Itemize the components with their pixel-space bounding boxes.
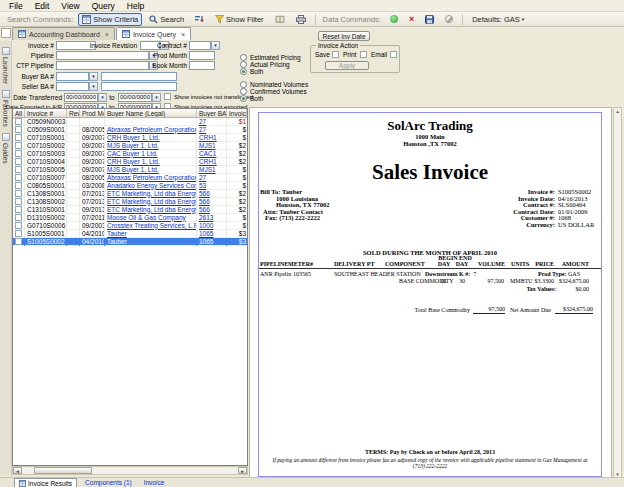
grid-horizontal-scrollbar[interactable]: ◂ ▸ bbox=[12, 466, 248, 475]
scroll-left-icon[interactable]: ◂ bbox=[13, 467, 22, 474]
chevron-down-icon[interactable]: ▾ bbox=[152, 93, 161, 102]
row-checkbox[interactable] bbox=[15, 158, 22, 165]
tab-invoice-query[interactable]: Invoice Query × bbox=[116, 27, 191, 40]
buyer-name-link[interactable]: Crosstex Treating Services, L.P. bbox=[107, 222, 196, 230]
seller-ba-input[interactable] bbox=[56, 82, 89, 91]
row-checkbox[interactable] bbox=[15, 126, 22, 133]
chevron-down-icon[interactable]: ▾ bbox=[89, 82, 98, 91]
delete-record-button[interactable]: × bbox=[405, 13, 418, 25]
buyer-ba-link[interactable]: 566 bbox=[199, 190, 226, 198]
menu-edit[interactable]: Edit bbox=[30, 1, 55, 11]
email-checkbox[interactable] bbox=[390, 51, 397, 58]
buyer-name-link[interactable]: MJS Buyer 1, Ltd. bbox=[107, 166, 196, 174]
row-checkbox[interactable] bbox=[15, 118, 22, 125]
row-checkbox[interactable] bbox=[15, 190, 22, 197]
tab-invoice-results[interactable]: Invoice Results bbox=[14, 478, 77, 487]
table-row[interactable]: S1005S000204/2010Tauber1065$3 bbox=[13, 238, 247, 246]
column-header-buyer-name[interactable]: Buyer Name (Legal) bbox=[105, 109, 197, 117]
buyer-ba-link[interactable]: 566 bbox=[199, 198, 226, 206]
seller-ba-name-input[interactable] bbox=[101, 82, 177, 91]
show-criteria-button[interactable]: Show Criteria bbox=[78, 13, 142, 26]
menu-file[interactable]: File bbox=[4, 1, 28, 11]
buyer-ba-link[interactable]: 1065 bbox=[199, 238, 226, 246]
row-checkbox[interactable] bbox=[15, 174, 22, 181]
preview-vertical-scrollbar[interactable]: ▴ ▾ bbox=[613, 107, 622, 478]
buyer-ba-link[interactable]: 2613 bbox=[199, 214, 226, 222]
tab-invoice[interactable]: Invoice bbox=[140, 478, 169, 487]
buyer-name-link[interactable]: Abraxas Petroleum Corporation bbox=[107, 174, 196, 182]
buyer-ba-link[interactable]: 1065 bbox=[199, 230, 226, 238]
buyer-name-link[interactable]: Anadarko Energy Services Company bbox=[107, 182, 196, 190]
buyer-ba-link[interactable]: 566 bbox=[199, 206, 226, 214]
buyer-ba-input[interactable] bbox=[56, 72, 89, 81]
sidebar-item-guides[interactable]: Guides bbox=[0, 133, 11, 164]
buyer-ba-link[interactable]: CRH1 bbox=[199, 158, 226, 166]
volumes-both-radio[interactable] bbox=[240, 95, 247, 102]
row-checkbox[interactable] bbox=[15, 238, 22, 245]
buyer-ba-link[interactable]: 53 bbox=[199, 182, 226, 190]
buyer-ba-link[interactable]: 27 bbox=[199, 126, 226, 134]
buyer-ba-link[interactable]: 27 bbox=[199, 174, 226, 182]
print-button[interactable] bbox=[292, 13, 310, 26]
buyer-name-link[interactable]: CAC Buyer 1 Ltd. bbox=[107, 150, 196, 158]
buyer-name-link[interactable]: Tauber bbox=[107, 238, 196, 246]
buyer-ba-link[interactable]: 1000 bbox=[199, 222, 226, 230]
buyer-name-link[interactable]: Moose Oil & Gas Company bbox=[107, 214, 196, 222]
buyer-name-link[interactable]: Abraxas Petroleum Corporation bbox=[107, 126, 196, 134]
column-header-rev[interactable]: Rev. bbox=[67, 109, 80, 117]
add-record-button[interactable] bbox=[386, 13, 402, 25]
date-transferred-from-input[interactable]: 00/00/0000 bbox=[64, 93, 98, 102]
buyer-name-link[interactable]: ETC Marketing, Ltd dba Energy Transfer bbox=[107, 198, 196, 206]
buyer-ba-link[interactable]: 27 bbox=[199, 118, 226, 126]
row-checkbox[interactable] bbox=[15, 214, 22, 221]
row-checkbox[interactable] bbox=[15, 206, 22, 213]
buyer-ba-link[interactable]: CRH1 bbox=[199, 134, 226, 142]
tab-components[interactable]: Components (1) bbox=[81, 478, 136, 487]
column-header-buyer-ba[interactable]: Buyer BA # bbox=[197, 109, 227, 117]
row-checkbox[interactable] bbox=[15, 182, 22, 189]
scroll-up-icon[interactable]: ▴ bbox=[616, 108, 619, 114]
column-header-invoice-amount[interactable]: Invoic bbox=[227, 109, 247, 117]
buyer-name-link[interactable]: ETC Marketing, Ltd dba Energy Transfer bbox=[107, 190, 196, 198]
search-button[interactable]: Search bbox=[145, 13, 188, 26]
contract-number-input[interactable] bbox=[189, 41, 211, 50]
buyer-ba-link[interactable]: MJS1 bbox=[199, 166, 226, 174]
buyer-name-link[interactable]: MJS Buyer 1, Ltd. bbox=[107, 142, 196, 150]
chevron-down-icon[interactable]: ▾ bbox=[98, 93, 107, 102]
defaults-dropdown[interactable]: Defaults: GAS ▾ bbox=[468, 13, 528, 26]
save-checkbox[interactable] bbox=[332, 51, 339, 58]
estimated-pricing-radio[interactable] bbox=[240, 54, 247, 61]
row-checkbox[interactable] bbox=[15, 134, 22, 141]
sort-button[interactable] bbox=[191, 13, 208, 26]
reset-inv-date-button[interactable]: Reset Inv Date bbox=[318, 31, 370, 41]
row-checkbox[interactable] bbox=[15, 230, 22, 237]
buyer-ba-link[interactable]: CAC1 bbox=[199, 150, 226, 158]
close-icon[interactable]: × bbox=[181, 31, 185, 38]
print-checkbox[interactable] bbox=[360, 51, 367, 58]
scroll-right-icon[interactable]: ▸ bbox=[238, 467, 247, 474]
buyer-name-link[interactable]: CRH Buyer 1, Ltd. bbox=[107, 134, 196, 142]
pricing-both-radio[interactable] bbox=[240, 68, 247, 75]
buyer-name-link[interactable]: CRH Buyer 1, Ltd. bbox=[107, 158, 196, 166]
column-header-all[interactable]: All bbox=[13, 109, 25, 117]
close-icon[interactable]: × bbox=[105, 31, 109, 38]
buyer-ba-link[interactable]: MJS1 bbox=[199, 142, 226, 150]
ctp-pipeline-input[interactable] bbox=[56, 61, 149, 70]
actual-pricing-radio[interactable] bbox=[240, 61, 247, 68]
tab-accounting-dashboard[interactable]: Accounting Dashboard × bbox=[12, 27, 115, 40]
menu-query[interactable]: Query bbox=[87, 1, 120, 11]
cancel-button[interactable] bbox=[441, 13, 457, 25]
prod-month-input[interactable] bbox=[189, 51, 215, 60]
show-not-transferred-checkbox[interactable] bbox=[164, 93, 171, 100]
menu-view[interactable]: View bbox=[56, 1, 84, 11]
buyer-ba-name-input[interactable] bbox=[101, 72, 177, 81]
report-button[interactable] bbox=[271, 13, 289, 26]
buyer-name-link[interactable]: ETC Marketing, Ltd dba Energy Transfer bbox=[107, 206, 196, 214]
chevron-down-icon[interactable]: ▾ bbox=[211, 41, 220, 50]
row-checkbox[interactable] bbox=[15, 150, 22, 157]
date-transferred-to-input[interactable]: 00/00/0000 bbox=[118, 93, 152, 102]
scrollbar-thumb[interactable] bbox=[34, 467, 92, 474]
row-checkbox[interactable] bbox=[15, 166, 22, 173]
chevron-down-icon[interactable]: ▾ bbox=[89, 72, 98, 81]
pipeline-input[interactable] bbox=[56, 51, 149, 60]
